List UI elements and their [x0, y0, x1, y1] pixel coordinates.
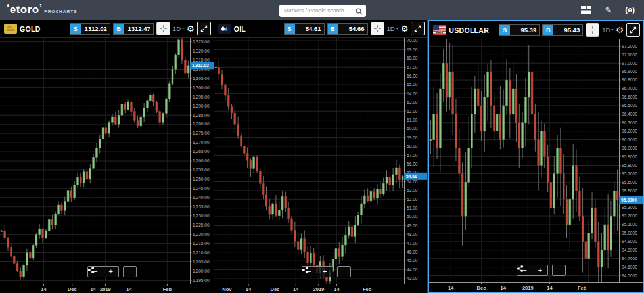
- svg-text:50.00: 50.00: [407, 214, 418, 219]
- svg-text:1,270.00: 1,270.00: [193, 140, 210, 145]
- svg-text:1,200.00: 1,200.00: [193, 269, 210, 273]
- buy-button[interactable]: B 54.66: [327, 23, 368, 35]
- svg-text:1,220.00: 1,220.00: [193, 232, 210, 237]
- buy-tag: B: [114, 24, 124, 34]
- svg-text:95.7000: 95.7000: [622, 171, 637, 176]
- svg-text:1,195.00: 1,195.00: [193, 278, 210, 282]
- svg-text:95.8000: 95.8000: [622, 163, 637, 168]
- draw-pencil-icon[interactable]: ✎: [605, 5, 612, 15]
- expand-button[interactable]: [626, 23, 640, 37]
- svg-text:63.00: 63.00: [407, 100, 418, 104]
- svg-text:1,280.00: 1,280.00: [193, 122, 210, 126]
- svg-text:14: 14: [293, 286, 299, 292]
- sell-button[interactable]: S 1312.02: [70, 23, 110, 35]
- svg-text:1,285.00: 1,285.00: [193, 113, 210, 118]
- svg-text:1,225.00: 1,225.00: [193, 223, 210, 227]
- zoom-in-button[interactable]: +: [317, 266, 333, 277]
- etoro-mark-icon[interactable]: (e): [625, 5, 635, 14]
- svg-text:1,320.00: 1,320.00: [193, 49, 210, 53]
- expand-button[interactable]: [411, 22, 425, 35]
- svg-text:51.00: 51.00: [407, 206, 418, 210]
- settings-gear-icon[interactable]: ⚙: [187, 24, 195, 34]
- svg-text:59.00: 59.00: [407, 135, 418, 140]
- svg-text:95.0000: 95.0000: [622, 231, 637, 235]
- sell-button[interactable]: S 95.39: [499, 24, 540, 36]
- procharts-label: PROCHARTS: [44, 9, 77, 14]
- svg-text:53.00: 53.00: [407, 188, 418, 192]
- svg-text:1,245.00: 1,245.00: [193, 186, 210, 191]
- svg-text:Feb: Feb: [163, 286, 172, 292]
- svg-text:46.00: 46.00: [407, 250, 418, 254]
- etoro-logo[interactable]: ‘etoro’ PROCHARTS: [7, 3, 78, 16]
- svg-text:95.9000: 95.9000: [622, 154, 637, 159]
- svg-text:54.61: 54.61: [406, 174, 417, 179]
- svg-text:94.8000: 94.8000: [622, 248, 637, 252]
- instrument-name: OIL: [234, 25, 246, 33]
- chevron-down-icon: ▾: [396, 26, 398, 30]
- svg-text:96.2000: 96.2000: [622, 129, 637, 133]
- svg-text:14: 14: [41, 286, 47, 292]
- svg-text:1,325.00: 1,325.00: [193, 39, 210, 44]
- expand-icon: [200, 24, 208, 33]
- settings-gear-icon[interactable]: ⚙: [401, 24, 409, 34]
- svg-text:56.00: 56.00: [407, 162, 418, 166]
- sell-tag: S: [499, 25, 510, 35]
- expand-button[interactable]: [197, 22, 211, 35]
- svg-text:96.7000: 96.7000: [622, 86, 637, 91]
- oil-candlestick-chart[interactable]: 43.0044.0045.0046.0047.0048.0049.0050.00…: [214, 38, 428, 293]
- chevron-down-icon: ▾: [182, 26, 184, 30]
- sell-price: 54.61: [295, 25, 324, 32]
- svg-text:1,205.00: 1,205.00: [193, 259, 210, 264]
- search-box[interactable]: [279, 3, 366, 16]
- svg-text:Feb: Feb: [363, 286, 372, 292]
- svg-text:Feb: Feb: [578, 285, 587, 291]
- crosshair-button[interactable]: [371, 22, 384, 35]
- chart-panel-usdollar: USD USDOLLAR S 95.39 B 95.43 1D ▾ ⚙: [428, 20, 644, 293]
- layout-grid-icon[interactable]: [581, 6, 591, 14]
- share-button[interactable]: [123, 266, 137, 277]
- buy-button[interactable]: B 95.43: [542, 24, 583, 36]
- settings-gear-icon[interactable]: ⚙: [616, 25, 624, 35]
- chart-panel-oil: OIL S 54.61 B 54.66 1D ▾ ⚙ 43.0044.0045.…: [214, 20, 428, 293]
- svg-text:95.5000: 95.5000: [622, 189, 637, 193]
- zoom-in-button[interactable]: +: [532, 265, 548, 276]
- svg-text:43.00: 43.00: [407, 276, 418, 281]
- svg-text:70.00: 70.00: [407, 38, 418, 43]
- buy-price: 1312.47: [124, 25, 153, 32]
- crosshair-button[interactable]: [586, 23, 599, 37]
- chevron-down-icon: ▾: [611, 27, 613, 32]
- gold-candlestick-chart[interactable]: 1,195.001,200.001,205.001,210.001,215.00…: [0, 38, 214, 293]
- svg-text:62.00: 62.00: [407, 109, 418, 114]
- search-input[interactable]: [279, 5, 366, 17]
- share-button[interactable]: [337, 266, 351, 277]
- crosshair-icon: [373, 24, 382, 33]
- svg-text:94.5000: 94.5000: [622, 273, 637, 278]
- svg-text:45.00: 45.00: [407, 258, 418, 263]
- chart-grid: GOLD S 1312.02 B 1312.47 1D ▾ ⚙ 1,195.00…: [0, 20, 644, 293]
- svg-text:96.5000: 96.5000: [622, 103, 637, 108]
- svg-text:44.00: 44.00: [407, 267, 418, 272]
- crosshair-button[interactable]: [156, 22, 170, 35]
- timeframe-dropdown[interactable]: 1D ▾: [602, 26, 613, 34]
- svg-text:96.0000: 96.0000: [622, 146, 637, 150]
- share-button[interactable]: [552, 265, 566, 276]
- timeframe-dropdown[interactable]: 1D ▾: [387, 25, 398, 32]
- svg-text:1,230.00: 1,230.00: [193, 214, 210, 218]
- sell-tag: S: [70, 24, 81, 34]
- sell-button[interactable]: S 54.61: [284, 23, 325, 35]
- svg-text:68.00: 68.00: [407, 56, 418, 60]
- svg-text:Dec: Dec: [270, 286, 279, 292]
- usdollar-candlestick-chart[interactable]: 94.500094.600094.700094.800094.900095.00…: [429, 39, 643, 292]
- svg-text:95.3900: 95.3900: [621, 198, 637, 202]
- svg-text:1,312.02: 1,312.02: [192, 63, 209, 68]
- svg-text:1,260.00: 1,260.00: [193, 158, 210, 163]
- share-icon: [517, 265, 524, 273]
- zoom-in-button[interactable]: +: [103, 266, 119, 277]
- share-icon: [87, 266, 95, 274]
- svg-text:54.00: 54.00: [407, 179, 418, 184]
- svg-text:94.7000: 94.7000: [622, 256, 637, 261]
- gold-instrument-icon: [4, 24, 17, 34]
- buy-button[interactable]: B 1312.47: [113, 23, 154, 35]
- timeframe-dropdown[interactable]: 1D ▾: [173, 25, 184, 32]
- usdollar-instrument-icon: USD: [433, 25, 446, 35]
